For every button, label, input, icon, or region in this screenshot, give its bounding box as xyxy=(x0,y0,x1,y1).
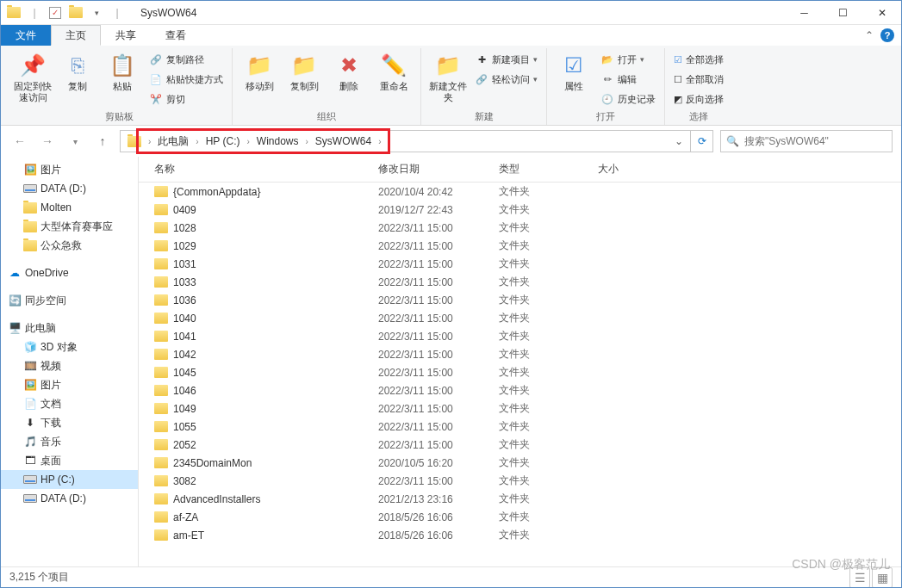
easy-access-button[interactable]: 🔗轻松访问▾ xyxy=(471,70,541,89)
file-rows[interactable]: {CommonAppdata}2020/10/4 20:42文件夹0409201… xyxy=(139,183,901,566)
sidebar-item[interactable]: 大型体育赛事应 xyxy=(1,217,138,236)
details-view-icon[interactable]: ☰ xyxy=(849,567,870,588)
sidebar-item[interactable]: 🔄同步空间 xyxy=(1,291,138,310)
sidebar-item[interactable]: 🖼️图片 xyxy=(1,375,138,394)
sidebar-item[interactable]: 📄文档 xyxy=(1,394,138,413)
history-button[interactable]: 🕘历史记录 xyxy=(597,90,659,108)
table-row[interactable]: 10282022/3/11 15:00文件夹 xyxy=(139,219,901,237)
table-row[interactable]: 30822022/3/11 15:00文件夹 xyxy=(139,472,901,490)
sidebar-item[interactable]: ☁OneDrive xyxy=(1,263,138,282)
icons-view-icon[interactable]: ▦ xyxy=(872,567,893,588)
maximize-button[interactable]: ☐ xyxy=(824,1,862,25)
recent-dropdown[interactable]: ▾ xyxy=(65,131,85,152)
edit-button[interactable]: ✏编辑 xyxy=(597,70,659,89)
sidebar-item[interactable]: 🎵音乐 xyxy=(1,432,138,451)
qat-properties-icon[interactable]: ✓ xyxy=(46,3,65,22)
help-icon[interactable]: ? xyxy=(880,28,894,42)
folder-icon[interactable] xyxy=(4,3,23,22)
sidebar-item[interactable]: DATA (D:) xyxy=(1,179,138,198)
chevron-right-icon[interactable]: › xyxy=(194,137,200,146)
table-row[interactable]: 10422022/3/11 15:00文件夹 xyxy=(139,345,901,363)
close-button[interactable]: ✕ xyxy=(862,1,901,25)
table-row[interactable]: 10362022/3/11 15:00文件夹 xyxy=(139,291,901,309)
table-row[interactable]: 10412022/3/11 15:00文件夹 xyxy=(139,327,901,345)
file-date-cell: 2022/3/11 15:00 xyxy=(371,294,492,306)
table-row[interactable]: 10312022/3/11 15:00文件夹 xyxy=(139,255,901,273)
new-item-button[interactable]: ✚新建项目▾ xyxy=(471,50,541,69)
properties-button[interactable]: ☑属性 xyxy=(552,50,595,94)
breadcrumb-item[interactable]: SysWOW64 xyxy=(310,131,376,152)
chevron-right-icon[interactable]: › xyxy=(304,137,310,146)
sidebar-item[interactable]: 🎞️视频 xyxy=(1,356,138,375)
paste-button[interactable]: 📋粘贴 xyxy=(101,50,144,94)
pin-button[interactable]: 📌固定到快速访问 xyxy=(11,50,54,105)
table-row[interactable]: 10332022/3/11 15:00文件夹 xyxy=(139,273,901,291)
delete-button[interactable]: ✖删除 xyxy=(327,50,370,94)
chevron-right-icon[interactable]: › xyxy=(245,137,251,146)
breadcrumb-item[interactable]: Windows xyxy=(252,131,304,152)
col-size[interactable]: 大小 xyxy=(591,157,660,182)
table-row[interactable]: 10452022/3/11 15:00文件夹 xyxy=(139,363,901,381)
ribbon-collapse-icon[interactable]: ⌃ xyxy=(865,29,874,41)
table-row[interactable]: 10462022/3/11 15:00文件夹 xyxy=(139,381,901,399)
table-row[interactable]: 2345DomainMon2020/10/5 16:20文件夹 xyxy=(139,454,901,472)
copy-path-button[interactable]: 🔗复制路径 xyxy=(146,50,227,69)
refresh-button[interactable]: ⟳ xyxy=(691,130,713,152)
table-row[interactable]: AdvancedInstallers2021/2/13 23:16文件夹 xyxy=(139,490,901,508)
back-button[interactable]: ← xyxy=(9,131,30,152)
table-row[interactable]: 10402022/3/11 15:00文件夹 xyxy=(139,309,901,327)
new-folder-button[interactable]: 📁新建文件夹 xyxy=(426,50,470,105)
sidebar-item[interactable]: DATA (D:) xyxy=(1,489,138,508)
invert-selection-button[interactable]: ◩反向选择 xyxy=(670,90,727,108)
breadcrumb-item[interactable]: 此电脑 xyxy=(152,131,194,152)
tab-view[interactable]: 查看 xyxy=(151,25,201,46)
breadcrumb-item[interactable]: HP (C:) xyxy=(201,131,246,152)
select-all-button[interactable]: ☑全部选择 xyxy=(670,50,727,69)
table-row[interactable]: 10492022/3/11 15:00文件夹 xyxy=(139,399,901,418)
sidebar-item[interactable]: ⬇下载 xyxy=(1,413,138,432)
sidebar-item[interactable]: 🖼️图片 xyxy=(1,160,138,179)
address-bar[interactable]: › 此电脑 › HP (C:) › Windows › SysWOW64 › ⌄ xyxy=(120,130,691,152)
tab-file[interactable]: 文件 xyxy=(1,25,51,46)
sidebar-item[interactable]: HP (C:) xyxy=(1,470,138,489)
copy-button[interactable]: ⎘复制 xyxy=(56,50,99,94)
search-input[interactable]: 🔍 搜索"SysWOW64" xyxy=(720,130,893,152)
file-date-cell: 2022/3/11 15:00 xyxy=(371,421,492,433)
chevron-right-icon[interactable]: › xyxy=(146,137,152,146)
table-row[interactable]: {CommonAppdata}2020/10/4 20:42文件夹 xyxy=(139,183,901,201)
copy-to-button[interactable]: 📁复制到 xyxy=(283,50,326,94)
qat-dropdown-icon[interactable]: ▾ xyxy=(87,3,106,22)
up-button[interactable]: ↑ xyxy=(92,131,113,152)
col-type[interactable]: 类型 xyxy=(492,157,591,182)
tab-share[interactable]: 共享 xyxy=(101,25,151,46)
rename-button[interactable]: ✏️重命名 xyxy=(372,50,415,94)
qat-sep: | xyxy=(25,3,44,22)
table-row[interactable]: 04092019/12/7 22:43文件夹 xyxy=(139,201,901,219)
nav-tree[interactable]: 🖼️图片DATA (D:)Molten大型体育赛事应公众急救☁OneDrive🔄… xyxy=(1,157,139,566)
file-type-cell: 文件夹 xyxy=(492,220,591,235)
sidebar-item[interactable]: 🗔桌面 xyxy=(1,451,138,470)
cut-button[interactable]: ✂️剪切 xyxy=(146,90,227,108)
move-to-button[interactable]: 📁移动到 xyxy=(238,50,281,94)
sidebar-item[interactable]: Molten xyxy=(1,198,138,217)
col-date[interactable]: 修改日期 xyxy=(371,157,492,182)
chevron-right-icon[interactable]: › xyxy=(376,137,383,146)
open-button[interactable]: 📂打开▾ xyxy=(597,50,659,69)
address-dropdown-icon[interactable]: ⌄ xyxy=(669,135,688,147)
table-row[interactable]: 10292022/3/11 15:00文件夹 xyxy=(139,237,901,255)
sidebar-item[interactable]: 公众急救 xyxy=(1,236,138,255)
sidebar-item[interactable]: 🧊3D 对象 xyxy=(1,337,138,356)
tab-home[interactable]: 主页 xyxy=(51,25,101,46)
table-row[interactable]: am-ET2018/5/26 16:06文件夹 xyxy=(139,526,901,544)
forward-button[interactable]: → xyxy=(37,131,58,152)
edit-label: 编辑 xyxy=(618,73,637,86)
table-row[interactable]: af-ZA2018/5/26 16:06文件夹 xyxy=(139,508,901,526)
paste-shortcut-button[interactable]: 📄粘贴快捷方式 xyxy=(146,70,227,89)
select-none-button[interactable]: ☐全部取消 xyxy=(670,70,727,89)
table-row[interactable]: 20522022/3/11 15:00文件夹 xyxy=(139,436,901,454)
table-row[interactable]: 10552022/3/11 15:00文件夹 xyxy=(139,418,901,436)
col-name[interactable]: 名称 xyxy=(147,157,371,182)
minimize-button[interactable]: ─ xyxy=(785,1,824,25)
sidebar-item[interactable]: 🖥️此电脑 xyxy=(1,319,138,337)
folder-icon[interactable] xyxy=(66,3,85,22)
